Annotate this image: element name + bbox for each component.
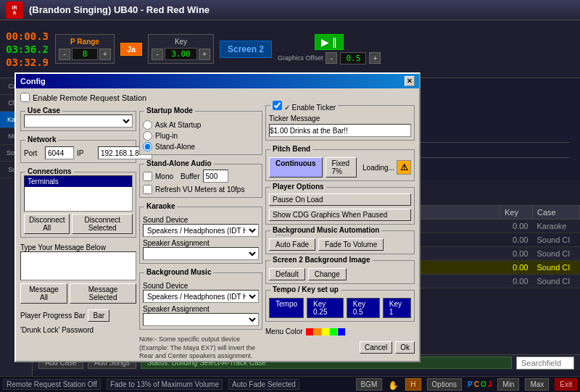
- ticker-message-input[interactable]: [269, 124, 411, 137]
- svg-text:✋: ✋: [388, 380, 399, 391]
- message-label: Type Your Message Below: [20, 243, 136, 251]
- bg-sound-device-select[interactable]: Speakers / Headphones (IDT Hi...: [143, 290, 259, 303]
- fade-to-volume-button[interactable]: Fade To Volume: [318, 238, 384, 251]
- p-range-plus[interactable]: +: [99, 49, 111, 60]
- screen2-bg-title: Screen 2 Background Image: [270, 256, 373, 264]
- song-key: 0.00: [500, 220, 533, 233]
- window-title: (Brandon Singing) UB40 - Red Red Wine: [29, 4, 210, 15]
- cancel-button[interactable]: Cancel: [360, 341, 392, 354]
- swatch-red: [306, 328, 313, 335]
- enable-ticker-checkbox[interactable]: ✓ Enable Ticker: [270, 101, 338, 112]
- config-close-button[interactable]: ✕: [405, 76, 415, 86]
- max-button[interactable]: Max: [525, 378, 549, 391]
- min-button[interactable]: Min: [497, 378, 519, 391]
- ok-cancel-row: Cancel Ok: [265, 341, 415, 354]
- h-button[interactable]: H: [405, 378, 420, 391]
- warning-icon: ⚠: [397, 160, 411, 175]
- key-05-button[interactable]: Key 0.5: [347, 298, 380, 318]
- enable-remote-checkbox[interactable]: Enable Remote Request Station: [20, 93, 146, 102]
- p-range-minus[interactable]: -: [59, 49, 70, 60]
- searchfield-input[interactable]: [516, 356, 574, 370]
- message-section: Type Your Message Below Message All Mess…: [20, 243, 136, 304]
- app-logo: IR A: [6, 1, 23, 19]
- use-case-select[interactable]: [24, 114, 133, 128]
- speaker-assign-label: Speaker Assignment: [143, 239, 259, 247]
- startup-ask-radio[interactable]: Ask At Startup: [143, 120, 259, 130]
- bg-music-title: Background Music: [144, 268, 213, 276]
- config-left-panel: Use Case Network Port IP Connections: [20, 105, 136, 361]
- screen2-button[interactable]: Screen 2: [220, 41, 272, 58]
- bgm-button[interactable]: BGM: [356, 378, 383, 391]
- key-minus[interactable]: -: [152, 49, 163, 60]
- song-case: Sound CI: [533, 261, 580, 275]
- song-case: Karaoke: [533, 220, 580, 233]
- ip-label: IP: [77, 149, 95, 157]
- config-body: Enable Remote Request Station Use Case N…: [16, 88, 419, 361]
- key-label: Key: [152, 38, 210, 46]
- startup-mode-group: Startup Mode Ask At Startup Plug-in S: [139, 111, 262, 155]
- offset-minus[interactable]: -: [326, 52, 337, 64]
- mono-check[interactable]: [143, 172, 152, 181]
- key-1-button[interactable]: Key 1: [383, 298, 411, 318]
- drunk-lock-label: 'Drunk Lock' Password: [20, 326, 136, 334]
- change-button[interactable]: Change: [308, 268, 347, 280]
- startup-standalone-radio[interactable]: Stand-Alone: [143, 142, 259, 151]
- network-group: Network Port IP: [20, 140, 136, 163]
- screen2-bg-box: Screen 2 Background Image Default Change: [265, 260, 415, 284]
- buffer-input[interactable]: [203, 170, 228, 183]
- startup-plugin-radio[interactable]: Plug-in: [143, 131, 259, 141]
- message-all-button[interactable]: Message All: [20, 283, 67, 304]
- p-range-label: P Range: [59, 38, 111, 46]
- tempo-button[interactable]: Tempo: [269, 298, 304, 318]
- disconnect-all-button[interactable]: Disconnect All: [24, 214, 70, 234]
- karaoke-speaker-assign-select[interactable]: [143, 247, 259, 260]
- disconnect-selected-button[interactable]: Disconnect Selected: [72, 214, 133, 234]
- key-group: Key - 3.00 +: [148, 34, 214, 64]
- port-input[interactable]: [45, 146, 74, 159]
- song-case: Sound CI: [533, 275, 580, 288]
- standalone-audio-title: Stand-Alone Audio: [144, 159, 214, 167]
- continuous-button[interactable]: Continuous: [269, 157, 323, 178]
- song-key: 0.00: [500, 275, 533, 288]
- loading-label: Loading...: [362, 164, 394, 172]
- show-cdg-button[interactable]: Show CDG Graphics When Paused: [269, 209, 411, 221]
- play-button[interactable]: ▶ ‖: [315, 34, 344, 50]
- bg-auto-box: Background Music Automation Auto Fade Fa…: [265, 230, 415, 254]
- config-dialog: Config ✕ Enable Remote Request Station U…: [14, 72, 420, 362]
- note-text: Note:- Some specific output device (Exam…: [139, 335, 262, 361]
- fixed7-button[interactable]: Fixed 7%: [326, 157, 357, 178]
- connections-title: Connections: [25, 167, 74, 175]
- terminals-listbox[interactable]: Terminals: [24, 175, 133, 212]
- ok-button[interactable]: Ok: [395, 341, 415, 354]
- karaoke-sound-device-select[interactable]: Speakers / Headphones (IDT Hi...: [143, 224, 259, 237]
- bg-speaker-assign-label: Speaker Assignment: [143, 305, 259, 313]
- bottom-status-bar: Remote Request Station Off Fade to 13% o…: [0, 376, 580, 392]
- use-case-title: Use Case: [25, 107, 62, 114]
- col-case: Case: [533, 206, 580, 220]
- offset-plus[interactable]: +: [369, 52, 381, 64]
- menu-color-row: Menu Color: [265, 328, 415, 335]
- bg-speaker-assign-select[interactable]: [143, 313, 259, 326]
- bg-music-group: Background Music Sound Device Speakers /…: [139, 272, 262, 330]
- status-remote: Remote Request Station Off: [3, 379, 101, 390]
- exit-button[interactable]: Exit: [555, 378, 577, 391]
- bar-button[interactable]: Bar: [88, 309, 109, 322]
- enable-remote-check[interactable]: [20, 93, 30, 102]
- status-auto-fade: Auto Fade Selected: [228, 379, 299, 390]
- swatch-green: [330, 328, 337, 335]
- swatch-orange: [314, 328, 321, 335]
- key-025-button[interactable]: Key 0.25: [307, 298, 344, 318]
- default-button[interactable]: Default: [269, 268, 305, 280]
- options-button[interactable]: Options: [427, 378, 462, 391]
- config-main-area: Use Case Network Port IP Connections: [20, 105, 415, 361]
- offset-value: 0.5: [340, 52, 366, 64]
- refresh-vu-check[interactable]: [143, 185, 152, 194]
- pause-on-load-button[interactable]: Pause On Load: [269, 193, 411, 206]
- pitch-bend-title: Pitch Bend: [270, 145, 312, 153]
- message-textarea[interactable]: [20, 251, 136, 280]
- auto-fade-button[interactable]: Auto Fade: [269, 238, 315, 251]
- message-selected-button[interactable]: Message Selected: [70, 283, 136, 304]
- terminal-item[interactable]: Terminals: [25, 176, 132, 187]
- key-plus[interactable]: +: [199, 49, 210, 60]
- ja-button[interactable]: Ja: [120, 43, 142, 56]
